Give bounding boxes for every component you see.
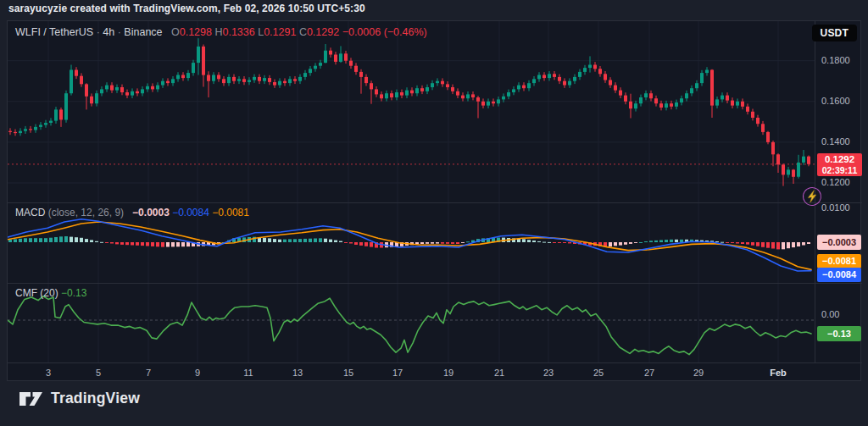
open-label: O (171, 26, 180, 38)
chart-panel: WLFI / TetherUS · 4h · Binance O0.1298 H… (7, 20, 861, 381)
footer: TradingView (19, 390, 140, 407)
macd-line-value: −0.0084 (172, 207, 209, 219)
attribution-text: sarayucyzie created with TradingView.com… (8, 3, 365, 14)
time-tick: 15 (343, 368, 353, 378)
cmf-pane[interactable] (8, 283, 815, 362)
macd-signal-value: −0.0081 (212, 207, 249, 219)
open-value: 0.1298 (180, 26, 212, 38)
time-tick: 7 (146, 368, 151, 378)
close-value: 0.1292 (307, 26, 339, 38)
time-tick: 13 (292, 368, 303, 378)
change-value: −0.0006 (−0.46%) (342, 26, 427, 38)
price-tick: 0.1800 (821, 55, 850, 65)
currency-button[interactable]: USDT (812, 25, 857, 41)
time-tick: 3 (46, 368, 51, 378)
price-tick: 0.1600 (821, 96, 850, 106)
time-tick: 19 (443, 368, 453, 378)
high-value: 0.1336 (222, 26, 254, 38)
time-tick: 29 (693, 368, 704, 378)
macd-hist-tag: −0.0003 (817, 235, 861, 250)
macd-axis-tick: 0.0100 (821, 202, 850, 213)
cmf-value-tag: −0.13 (817, 326, 861, 341)
bar-countdown: 02:39:11 (817, 165, 862, 175)
cmf-legend: CMF (20) −0.13 (15, 287, 86, 299)
price-tick: 0.1400 (821, 136, 850, 147)
macd-line-tag: −0.0084 (817, 268, 861, 282)
pane-separator-2[interactable] (8, 283, 862, 284)
cmf-value: −0.13 (61, 287, 86, 299)
symbol-title[interactable]: WLFI / TetherUS (15, 26, 93, 38)
time-tick: 9 (195, 368, 200, 378)
cmf-title[interactable]: CMF (20) (15, 287, 58, 299)
time-tick: 27 (644, 368, 654, 378)
price-axis[interactable]: 0.1292 02:39:11 0.0100 −0.0003 −0.0081 −… (815, 21, 862, 362)
time-tick: 25 (593, 368, 604, 378)
pane-separator-1[interactable] (8, 202, 862, 203)
time-tick: 23 (543, 368, 554, 378)
interval-label[interactable]: 4h (103, 26, 114, 38)
time-tick: 17 (392, 368, 403, 378)
macd-legend: MACD (close, 12, 26, 9) −0.0003 −0.0084 … (15, 207, 249, 219)
tradingview-screenshot: { "attribution": "sarayucyzie created wi… (0, 0, 868, 426)
symbol-legend: WLFI / TetherUS · 4h · Binance O0.1298 H… (15, 26, 427, 38)
time-tick: 11 (243, 368, 253, 378)
close-label: C (299, 26, 307, 38)
time-tick: 5 (96, 368, 101, 378)
macd-signal-tag: −0.0081 (817, 254, 861, 268)
time-tick: 21 (494, 368, 504, 378)
macd-hist-value: −0.0003 (132, 207, 170, 219)
last-price-label: 0.1292 02:39:11 (817, 153, 862, 176)
time-axis[interactable]: 357911131517192123252729Feb (8, 362, 862, 382)
time-tick: Feb (770, 368, 787, 378)
exchange-label: Binance (124, 26, 162, 38)
tradingview-logo-icon[interactable] (19, 390, 43, 407)
price-tick: 0.1200 (821, 177, 850, 187)
macd-title[interactable]: MACD (15, 207, 45, 219)
tradingview-logo-text[interactable]: TradingView (51, 390, 140, 407)
price-pane[interactable] (8, 21, 815, 202)
low-value: 0.1291 (264, 26, 296, 38)
cmf-zero-tick: 0.00 (821, 309, 839, 319)
